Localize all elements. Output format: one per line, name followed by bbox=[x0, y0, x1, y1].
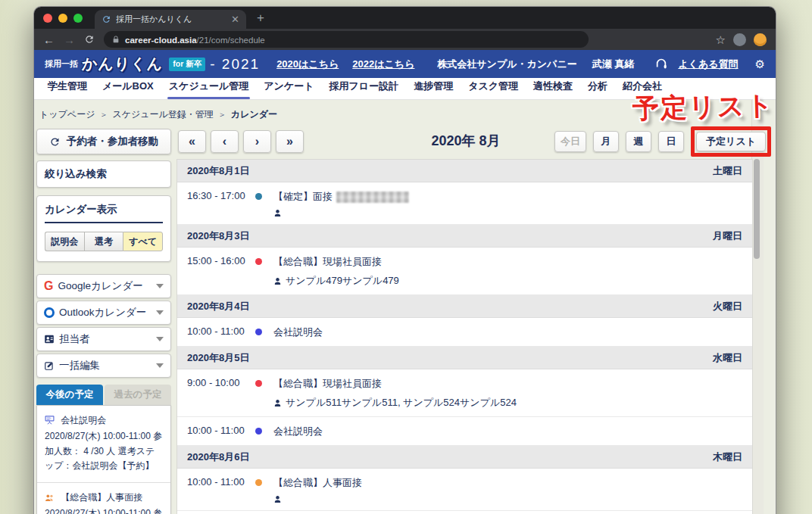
logo-year: - 2021 bbox=[210, 56, 260, 73]
calendar-schedule-list: 2020年8月1日 土曜日 16:30 - 17:00 【確定】面接 2020年… bbox=[176, 159, 753, 514]
calendar-date-header: 2020年8月4日 火曜日 bbox=[177, 295, 752, 318]
calendar-event[interactable]: 10:00 - 11:00 会社説明会 bbox=[177, 511, 752, 514]
event-participants bbox=[273, 209, 409, 217]
forward-icon[interactable]: → bbox=[64, 34, 75, 45]
breadcrumb-home[interactable]: トップページ bbox=[39, 109, 95, 120]
link-2020[interactable]: 2020はこちら bbox=[276, 58, 339, 71]
site-logo[interactable]: かんりくん bbox=[81, 54, 164, 74]
extension-avatar-icon[interactable] bbox=[733, 33, 746, 46]
event-title: 【確定】面接 bbox=[273, 190, 333, 204]
google-calendar-label: Googleカレンダー bbox=[58, 279, 142, 293]
nav-tab[interactable]: タスク管理 bbox=[461, 79, 526, 99]
calendar-display-title: カレンダー表示 bbox=[45, 203, 163, 223]
schedule-list-button[interactable]: 予定リスト bbox=[696, 132, 766, 151]
desktop-background: 採用一括かんりくん ✕ + ← → career-cloud.asia/21/c… bbox=[0, 0, 812, 514]
view-button[interactable]: 日 bbox=[658, 131, 684, 152]
nav-tab-label: 進捗管理 bbox=[414, 80, 453, 92]
url-path: /21/com/schedule bbox=[197, 36, 265, 45]
outlook-calendar-dropdown[interactable]: Outlookカレンダー bbox=[36, 301, 171, 325]
weekday-label: 水曜日 bbox=[713, 351, 742, 365]
staff-dropdown[interactable]: 担当者 bbox=[36, 327, 171, 351]
annotation-highlight-box: 予定リスト bbox=[691, 126, 771, 157]
censored-name-block bbox=[336, 192, 409, 203]
calendar-date-header: 2020年8月1日 土曜日 bbox=[177, 160, 752, 182]
bulk-edit-dropdown[interactable]: 一括編集 bbox=[36, 354, 171, 378]
event-body: 【総合職】現場社員面接 サンプル511サンプル511, サンプル524サンプル5… bbox=[273, 377, 517, 410]
tab-close-icon[interactable]: ✕ bbox=[231, 14, 239, 24]
reload-icon[interactable] bbox=[84, 34, 95, 45]
tab-title: 採用一括かんりくん bbox=[116, 14, 226, 25]
filter-search-box[interactable]: 絞り込み検索 bbox=[36, 160, 171, 188]
view-button[interactable]: 今日 bbox=[554, 131, 586, 152]
calendar-event[interactable]: 15:00 - 16:00 【総合職】現場社員面接 サンプル479サンプル479 bbox=[177, 248, 752, 295]
nav-tab[interactable]: 分析 bbox=[580, 79, 615, 99]
profile-avatar-icon[interactable] bbox=[754, 33, 767, 46]
view-button[interactable]: 週 bbox=[626, 131, 651, 152]
chevron-down-icon bbox=[156, 363, 164, 368]
outlook-calendar-label: Outlookカレンダー bbox=[59, 306, 146, 319]
nav-tab[interactable]: 学生管理 bbox=[40, 79, 95, 99]
minimize-window-button[interactable] bbox=[58, 14, 67, 23]
google-calendar-dropdown[interactable]: G Googleカレンダー bbox=[36, 274, 171, 298]
weekday-label: 土曜日 bbox=[713, 164, 742, 178]
browser-tab[interactable]: 採用一括かんりくん ✕ bbox=[95, 10, 246, 29]
company-name: 株式会社サンプル・カンパニー bbox=[437, 58, 576, 71]
calendar-event[interactable]: 9:00 - 10:00 【総合職】現場社員面接 サンプル511サンプル511,… bbox=[177, 369, 752, 417]
breadcrumb-separator: ＞ bbox=[99, 110, 108, 119]
upcoming-item-text: 会社説明会 2020/8/27(木) 10:00-11:00 参加人数： 4 /… bbox=[45, 415, 162, 471]
user-name[interactable]: 武瀬 真緒 bbox=[592, 58, 635, 71]
event-time: 10:00 - 11:00 bbox=[187, 425, 254, 436]
browser-actions: ☆ bbox=[716, 33, 767, 46]
address-bar[interactable]: career-cloud.asia/21/com/schedule bbox=[104, 31, 589, 48]
view-button[interactable]: 月 bbox=[593, 131, 619, 152]
faq-link[interactable]: よくある質問 bbox=[678, 58, 738, 71]
move-participants-button[interactable]: 予約者・参加者移動 bbox=[36, 129, 171, 154]
close-window-button[interactable] bbox=[43, 14, 52, 23]
calendar-event[interactable]: 16:30 - 17:00 【確定】面接 bbox=[177, 182, 752, 225]
calendar-filter-button[interactable]: 説明会 bbox=[45, 232, 84, 251]
gear-icon[interactable]: ⚙ bbox=[755, 58, 765, 71]
breadcrumb-section[interactable]: スケジュール登録・管理 bbox=[112, 109, 213, 120]
tab-past[interactable]: 過去の予定 bbox=[105, 385, 171, 405]
calendar-event[interactable]: 10:00 - 11:00 会社説明会 bbox=[177, 318, 752, 347]
people-icon bbox=[45, 492, 55, 506]
nav-tab[interactable]: 適性検査 bbox=[526, 79, 580, 99]
bookmark-star-icon[interactable]: ☆ bbox=[716, 34, 726, 45]
back-icon[interactable]: ← bbox=[43, 34, 55, 45]
chevron-down-icon bbox=[156, 310, 164, 315]
sidebar: 絞り込み検索 カレンダー表示 説明会選考すべて G Googleカレンダー Ou… bbox=[36, 160, 171, 514]
event-title: 会社説明会 bbox=[273, 425, 323, 438]
nav-tab[interactable]: スケジュール管理 bbox=[161, 79, 257, 99]
event-time: 15:00 - 16:00 bbox=[187, 255, 254, 266]
nav-tab[interactable]: アンケート bbox=[256, 79, 321, 99]
calendar-event[interactable]: 10:00 - 11:00 会社説明会 bbox=[177, 417, 752, 446]
nav-tab[interactable]: 採用フロー設計 bbox=[322, 79, 407, 99]
google-icon: G bbox=[44, 279, 53, 293]
event-color-dot bbox=[255, 428, 262, 435]
move-participants-label: 予約者・参加者移動 bbox=[67, 135, 159, 148]
date-label: 2020年8月4日 bbox=[187, 300, 249, 313]
id-card-icon bbox=[44, 334, 55, 344]
calendar-date-header: 2020年8月6日 木曜日 bbox=[177, 446, 752, 469]
page-scrollbar-thumb[interactable] bbox=[754, 159, 760, 259]
calendar-filter-button[interactable]: すべて bbox=[123, 232, 163, 251]
nav-tab-label: 採用フロー設計 bbox=[329, 80, 399, 92]
calendar-filter-button[interactable]: 選考 bbox=[84, 232, 123, 251]
new-tab-button[interactable]: + bbox=[257, 11, 264, 26]
site-header: 採用一括 かんりくん for 新卒 - 2021 2020はこちら 2022はこ… bbox=[34, 50, 776, 78]
event-color-dot bbox=[255, 329, 262, 335]
nav-tab[interactable]: メールBOX bbox=[95, 79, 161, 99]
participant-names: サンプル479サンプル479 bbox=[286, 274, 399, 288]
nav-tab[interactable]: 進捗管理 bbox=[406, 79, 461, 99]
upcoming-item[interactable]: 【総合職】人事面接 2020/8/27(木) 10:00-11:00 参加人数：… bbox=[37, 483, 170, 514]
calendar-event[interactable]: 10:00 - 11:00 【総合職】人事面接 bbox=[177, 469, 752, 511]
tab-upcoming[interactable]: 今後の予定 bbox=[36, 385, 103, 405]
annotation-text: 予定リスト bbox=[632, 88, 775, 127]
link-2022[interactable]: 2022はこちら bbox=[352, 58, 414, 71]
date-label: 2020年8月3日 bbox=[187, 229, 249, 243]
upcoming-item[interactable]: 会社説明会 2020/8/27(木) 10:00-11:00 参加人数： 4 /… bbox=[37, 406, 170, 483]
headset-support-icon[interactable] bbox=[655, 58, 667, 70]
event-body: 会社説明会 bbox=[273, 425, 323, 438]
maximize-window-button[interactable] bbox=[73, 14, 83, 23]
event-title: 会社説明会 bbox=[273, 326, 323, 339]
